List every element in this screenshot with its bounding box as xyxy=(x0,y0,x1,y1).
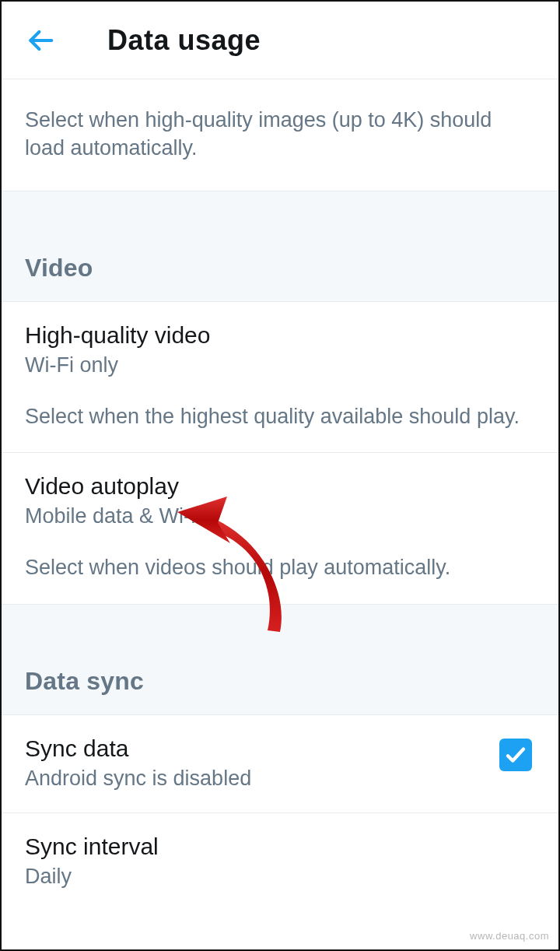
setting-title: Sync interval xyxy=(25,833,535,860)
sync-data-checkbox[interactable] xyxy=(499,739,532,771)
settings-screen: Data usage Select when high-quality imag… xyxy=(0,0,560,951)
images-quality-description: Select when high-quality images (up to 4… xyxy=(2,79,558,191)
setting-high-quality-video[interactable]: High-quality video Wi-Fi only Select whe… xyxy=(2,302,558,453)
setting-title: Video autoplay xyxy=(25,473,535,500)
setting-subtitle: Mobile data & Wi-Fi xyxy=(25,504,535,528)
description-text: Select when high-quality images (up to 4… xyxy=(25,106,535,163)
page-title: Data usage xyxy=(107,24,261,57)
setting-subtitle: Wi-Fi only xyxy=(25,353,535,377)
section-title-data-sync: Data sync xyxy=(25,667,535,696)
setting-subtitle: Android sync is disabled xyxy=(25,767,499,791)
setting-title: Sync data xyxy=(25,735,499,762)
setting-description: Select when videos should play automatic… xyxy=(25,553,535,581)
setting-title: High-quality video xyxy=(25,322,535,349)
setting-sync-data[interactable]: Sync data Android sync is disabled xyxy=(2,715,558,813)
setting-subtitle: Daily xyxy=(25,865,535,889)
header-bar: Data usage xyxy=(2,2,558,79)
back-arrow-icon[interactable] xyxy=(23,23,58,58)
watermark-text: www.deuaq.com xyxy=(470,930,549,942)
setting-video-autoplay[interactable]: Video autoplay Mobile data & Wi-Fi Selec… xyxy=(2,453,558,604)
section-title-video: Video xyxy=(25,254,535,282)
section-header-video: Video xyxy=(2,191,558,302)
section-header-data-sync: Data sync xyxy=(2,605,558,715)
setting-description: Select when the highest quality availabl… xyxy=(25,402,535,430)
setting-sync-interval[interactable]: Sync interval Daily xyxy=(2,813,558,911)
